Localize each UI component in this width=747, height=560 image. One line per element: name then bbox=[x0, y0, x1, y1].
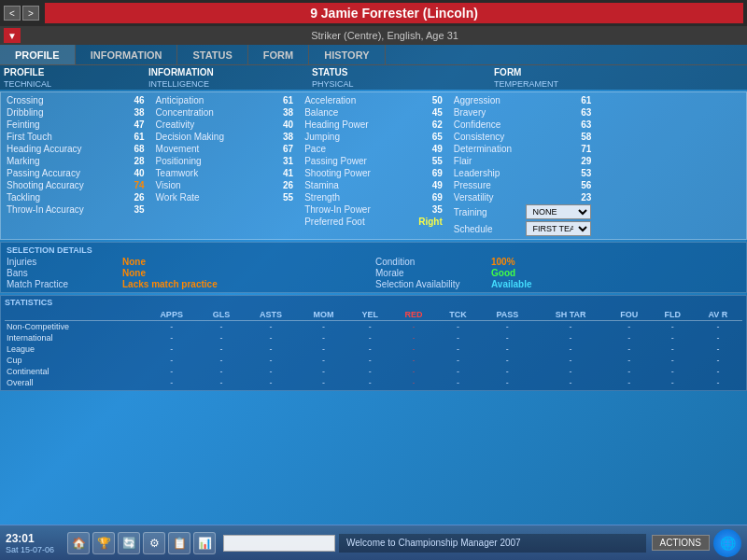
stat-label: Balance bbox=[304, 107, 338, 118]
stat-bravery: Bravery 63 bbox=[452, 106, 594, 119]
technical-header: PROFILE TECHNICAL bbox=[0, 65, 145, 90]
stat-label: Anticipation bbox=[156, 95, 204, 105]
gear-icon-button[interactable]: ⚙ bbox=[143, 532, 165, 554]
stat-jumping: Jumping 65 bbox=[303, 131, 444, 143]
temperament-stats-col: Aggression 61 Bravery 63 Confidence 63 C… bbox=[448, 92, 598, 239]
training-dropdown[interactable]: NONE ATTACKING DEFENDING bbox=[526, 204, 591, 219]
date-display: Sat 15-07-06 bbox=[6, 545, 54, 554]
stat-value: 71 bbox=[572, 144, 591, 154]
cell: - bbox=[534, 321, 606, 333]
cell: - bbox=[244, 343, 299, 355]
tab-form[interactable]: FORM bbox=[248, 45, 309, 64]
cell: - bbox=[652, 321, 694, 333]
cell: - bbox=[436, 366, 480, 377]
col-fld: FLD bbox=[652, 309, 694, 321]
stat-balance: Balance 45 bbox=[303, 106, 444, 119]
cell: - bbox=[694, 321, 742, 333]
back-button[interactable]: < bbox=[4, 6, 21, 21]
refresh-icon-button[interactable]: 🔄 bbox=[118, 532, 140, 554]
cell: · bbox=[391, 332, 436, 343]
dropdown-arrow-button[interactable]: ▼ bbox=[4, 28, 21, 43]
row-label: League bbox=[5, 343, 144, 355]
cell: - bbox=[534, 366, 606, 377]
col-label bbox=[5, 309, 144, 321]
stat-value: 63 bbox=[572, 107, 591, 118]
cell: - bbox=[607, 377, 652, 388]
stat-value: 35 bbox=[424, 204, 443, 215]
cell: - bbox=[200, 377, 244, 388]
availability-value: Available bbox=[491, 279, 740, 289]
cell: - bbox=[694, 343, 742, 355]
cell: - bbox=[200, 366, 244, 377]
stat-value: 29 bbox=[572, 156, 591, 166]
col-yel: YEL bbox=[349, 309, 391, 321]
cell: - bbox=[436, 332, 480, 343]
stat-label: Aggression bbox=[454, 95, 500, 105]
physical-stats-col: Acceleration 50 Balance 45 Heading Power… bbox=[299, 92, 448, 239]
search-input[interactable] bbox=[223, 535, 335, 552]
stat-value: 41 bbox=[275, 168, 293, 178]
main-tabs-row: PROFILE INFORMATION STATUS FORM HISTORY bbox=[0, 45, 747, 65]
tab-status[interactable]: STATUS bbox=[177, 45, 247, 64]
cell: - bbox=[652, 332, 694, 343]
tab-information[interactable]: INFORMATION bbox=[76, 45, 178, 64]
col-mom: MOM bbox=[298, 309, 348, 321]
information-header: INFORMATION INTELLIGENCE bbox=[145, 65, 308, 90]
stat-confidence: Confidence 63 bbox=[452, 119, 594, 131]
forward-button[interactable]: > bbox=[22, 6, 39, 21]
cell: - bbox=[244, 377, 299, 388]
stat-label: Schedule bbox=[454, 224, 493, 234]
schedule-dropdown[interactable]: FIRST TEAM RESERVES bbox=[526, 221, 591, 236]
cell: - bbox=[436, 355, 480, 366]
cell: - bbox=[480, 343, 534, 355]
cell: - bbox=[298, 332, 348, 343]
cell: - bbox=[480, 377, 534, 388]
stat-schedule: Schedule FIRST TEAM RESERVES bbox=[452, 220, 594, 237]
stat-label: Tackling bbox=[7, 192, 40, 203]
stat-versatility: Versatility 23 bbox=[452, 191, 594, 203]
stat-label: Acceleration bbox=[304, 95, 356, 105]
chart-icon-button[interactable]: 📊 bbox=[193, 532, 216, 554]
top-navigation-bar: < > 9 Jamie Forrester (Lincoln) bbox=[0, 0, 747, 26]
cell: - bbox=[349, 366, 391, 377]
stat-value: 49 bbox=[424, 180, 443, 190]
trophy-icon-button[interactable]: 🏆 bbox=[92, 532, 115, 554]
stat-pace: Pace 49 bbox=[303, 143, 444, 155]
stat-label: Heading Power bbox=[304, 119, 368, 130]
cell: - bbox=[480, 321, 534, 333]
statistics-title: STATISTICS bbox=[5, 298, 742, 307]
stat-label: Confidence bbox=[454, 119, 501, 130]
stat-value: 35 bbox=[126, 204, 145, 215]
stat-value: 69 bbox=[424, 192, 443, 203]
cell: - bbox=[607, 343, 652, 355]
stat-tackling: Tackling 26 bbox=[5, 191, 147, 203]
col-asts: ASTS bbox=[244, 309, 299, 321]
cell: - bbox=[244, 355, 299, 366]
stat-label: Passing Accuracy bbox=[7, 168, 80, 178]
stat-value: 61 bbox=[275, 95, 293, 105]
tab-profile[interactable]: PROFILE bbox=[0, 45, 76, 64]
clipboard-icon-button[interactable]: 📋 bbox=[168, 532, 190, 554]
stat-value: 58 bbox=[572, 132, 591, 142]
stat-label: Determination bbox=[454, 144, 512, 154]
stat-vision: Vision 26 bbox=[154, 179, 296, 191]
stat-movement: Movement 67 bbox=[154, 143, 296, 155]
actions-button[interactable]: ACTIONS bbox=[652, 535, 710, 551]
cell: - bbox=[349, 355, 391, 366]
cell: - bbox=[244, 332, 299, 343]
home-icon-button[interactable]: 🏠 bbox=[67, 532, 90, 554]
cell: - bbox=[607, 321, 652, 333]
stat-label: Decision Making bbox=[156, 132, 224, 142]
stat-throw-in-accuracy: Throw-In Accuracy 35 bbox=[5, 203, 147, 216]
cell: - bbox=[534, 343, 606, 355]
tab-history[interactable]: HISTORY bbox=[309, 45, 385, 64]
status-message: Welcome to Championship Manager 2007 bbox=[346, 538, 521, 548]
cell: - bbox=[694, 366, 742, 377]
cell: - bbox=[652, 377, 694, 388]
cell: - bbox=[144, 377, 200, 388]
cell: - bbox=[144, 332, 200, 343]
bans-label: Bans bbox=[7, 268, 119, 278]
stat-decision-making: Decision Making 38 bbox=[154, 131, 296, 143]
cell: - bbox=[534, 377, 606, 388]
globe-icon[interactable]: 🌐 bbox=[713, 529, 741, 557]
